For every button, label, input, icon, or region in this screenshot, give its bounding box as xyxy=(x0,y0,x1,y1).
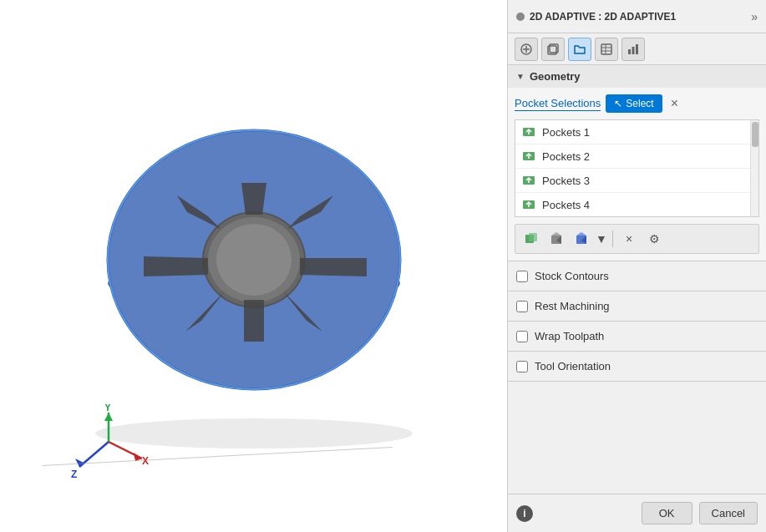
bottom-bar-actions: OK Cancel xyxy=(642,502,758,524)
pockets-list-container: Pockets 1 Pockets 2 xyxy=(515,119,759,217)
pockets-scrollbar-track[interactable] xyxy=(750,120,758,216)
tool-orientation-header[interactable]: Tool Orientation xyxy=(508,352,766,381)
pocket-3-label: Pockets 3 xyxy=(542,175,590,187)
3d-viewport[interactable]: Z Y X xyxy=(0,0,507,532)
pocket-1-icon xyxy=(522,125,535,139)
pocket-selections-label: Pocket Selections xyxy=(515,97,601,111)
rest-machining-section: Rest Machining xyxy=(508,291,766,322)
svg-point-7 xyxy=(216,224,292,296)
select-btn-label: Select xyxy=(626,98,653,109)
title-bar: 2D ADAPTIVE : 2D ADAPTIVE1 » xyxy=(508,0,766,33)
ok-button[interactable]: OK xyxy=(642,502,692,524)
pocket-4-icon xyxy=(522,198,535,211)
svg-rect-29 xyxy=(636,44,638,54)
svg-rect-27 xyxy=(628,49,631,54)
bottom-bar: i OK Cancel xyxy=(508,494,766,532)
toolbar-geometry-btn[interactable] xyxy=(568,38,591,61)
panel-content: ▼ Geometry Pocket Selections ↖ Select × xyxy=(508,65,766,494)
geometry-section: ▼ Geometry Pocket Selections ↖ Select × xyxy=(508,65,766,261)
title-bar-left: 2D ADAPTIVE : 2D ADAPTIVE1 xyxy=(516,11,676,23)
geometry-section-title: Geometry xyxy=(530,70,581,83)
wrap-toolpath-section: Wrap Toolpath xyxy=(508,322,766,352)
toolbar-passes-btn[interactable] xyxy=(621,38,645,61)
wrap-toolpath-checkbox[interactable] xyxy=(516,331,528,342)
svg-text:Y: Y xyxy=(104,404,111,413)
pocket-2-icon xyxy=(522,149,535,163)
info-button[interactable]: i xyxy=(516,505,533,522)
stock-contours-header[interactable]: Stock Contours xyxy=(508,261,766,291)
pocket-item-2[interactable]: Pockets 2 xyxy=(515,144,750,169)
toolbar-setup-btn[interactable] xyxy=(515,38,538,61)
panel-toolbar xyxy=(508,33,766,65)
wrap-toolpath-title: Wrap Toolpath xyxy=(535,330,604,342)
delete-btn[interactable]: × xyxy=(618,228,640,250)
svg-rect-28 xyxy=(632,47,635,54)
pocket-item-4[interactable]: Pockets 4 xyxy=(515,193,750,216)
wrap-toolpath-header[interactable]: Wrap Toolpath xyxy=(508,322,766,351)
svg-rect-39 xyxy=(529,233,537,241)
tool-orientation-checkbox[interactable] xyxy=(516,361,528,372)
panel-title: 2D ADAPTIVE : 2D ADAPTIVE1 xyxy=(530,11,676,23)
axis-indicator: Z Y X xyxy=(67,404,150,482)
svg-marker-12 xyxy=(104,413,113,421)
svg-marker-44 xyxy=(576,232,586,236)
svg-rect-23 xyxy=(601,44,611,54)
svg-text:Z: Z xyxy=(71,469,77,479)
title-dot xyxy=(516,13,525,21)
cursor-icon: ↖ xyxy=(614,98,622,109)
pocket-header: Pocket Selections ↖ Select × xyxy=(515,94,759,113)
stock-contours-checkbox[interactable] xyxy=(516,271,528,282)
add-dropdown-btn[interactable]: ▼ xyxy=(596,228,607,250)
tool-orientation-title: Tool Orientation xyxy=(535,360,611,372)
pockets-scrollbar-thumb[interactable] xyxy=(752,122,758,147)
geometry-section-header[interactable]: ▼ Geometry xyxy=(508,65,766,88)
cancel-button[interactable]: Cancel xyxy=(699,502,758,524)
toolbar-separator xyxy=(612,231,613,247)
rest-machining-header[interactable]: Rest Machining xyxy=(508,291,766,321)
settings-btn[interactable]: ⚙ xyxy=(643,228,665,250)
pocket-4-label: Pockets 4 xyxy=(542,199,590,211)
pocket-close-btn[interactable]: × xyxy=(667,94,682,113)
toolbar-tool-btn[interactable] xyxy=(541,38,565,61)
tool-orientation-section: Tool Orientation xyxy=(508,352,766,382)
add-body-btn[interactable] xyxy=(571,228,592,250)
pocket-action-toolbar: ▼ × ⚙ xyxy=(515,224,759,254)
select-button[interactable]: ↖ Select xyxy=(606,94,662,113)
rest-machining-checkbox[interactable] xyxy=(516,301,528,312)
title-arrow[interactable]: » xyxy=(751,10,758,23)
geometry-section-body: Pocket Selections ↖ Select × xyxy=(508,88,766,261)
add-face-btn[interactable] xyxy=(520,228,542,250)
pockets-scroll-area[interactable]: Pockets 1 Pockets 2 xyxy=(515,120,750,216)
pocket-2-label: Pockets 2 xyxy=(542,150,590,163)
stock-contours-section: Stock Contours xyxy=(508,261,766,291)
stock-contours-title: Stock Contours xyxy=(535,270,609,282)
pocket-1-label: Pockets 1 xyxy=(542,126,590,139)
svg-marker-41 xyxy=(551,232,561,236)
pocket-item-3[interactable]: Pockets 3 xyxy=(515,169,750,193)
right-panel: 2D ADAPTIVE : 2D ADAPTIVE1 » xyxy=(507,0,766,532)
geometry-triangle-icon: ▼ xyxy=(516,72,525,81)
toolbar-heights-btn[interactable] xyxy=(595,38,618,61)
svg-text:X: X xyxy=(142,455,149,467)
rest-machining-title: Rest Machining xyxy=(535,300,610,312)
pocket-3-icon xyxy=(522,174,535,187)
add-solid-btn[interactable] xyxy=(545,228,567,250)
pocket-item-1[interactable]: Pockets 1 xyxy=(515,120,750,144)
